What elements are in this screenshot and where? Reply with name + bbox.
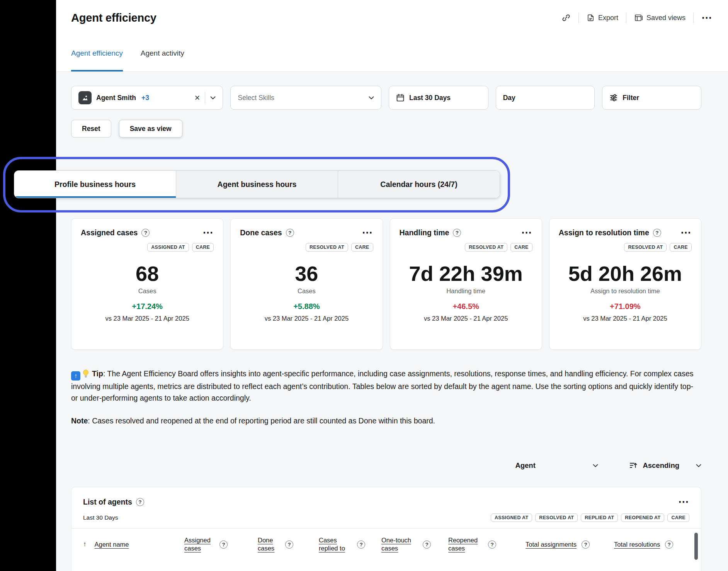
agent-filter-chip[interactable]: Agent Smith +3 ×	[71, 86, 223, 110]
channel-badge: CARE	[351, 243, 373, 252]
metric-comparison-period: vs 23 Mar 2025 - 21 Apr 2025	[400, 315, 532, 322]
skills-select[interactable]: Select Skills	[230, 86, 381, 110]
calendar-icon	[396, 93, 405, 102]
skills-placeholder: Select Skills	[238, 94, 274, 102]
card-title: Assigned cases	[81, 228, 138, 237]
column-header-assigned-cases[interactable]: Assigned cases ?	[184, 536, 258, 553]
filter-actions-row: Reset Save as view	[71, 120, 701, 138]
sort-controls: Agent Ascending	[71, 461, 701, 470]
column-header-total-resolutions[interactable]: Total resolutions ?	[614, 540, 691, 549]
channel-badge: CARE	[667, 513, 689, 522]
top-bar-actions: Export Saved views ⋯	[561, 12, 713, 23]
note-label: Note	[71, 416, 88, 425]
nav-tabs: Agent efficiency Agent activity	[56, 36, 728, 72]
help-icon[interactable]: ?	[136, 498, 144, 506]
column-header-total-assignments[interactable]: Total assignments ?	[526, 540, 614, 549]
timestamp-badge: ASSIGNED AT	[147, 243, 189, 252]
chevron-down-icon	[593, 464, 598, 467]
card-menu-icon[interactable]: ⋯	[362, 227, 373, 238]
agent-filter-extra-count[interactable]: +3	[141, 94, 149, 102]
help-icon[interactable]: ?	[665, 540, 673, 549]
date-range-select[interactable]: Last 30 Days	[389, 86, 488, 110]
table-menu-icon[interactable]: ⋯	[678, 496, 689, 507]
table-title: List of agents	[83, 498, 132, 506]
metric-comparison-period: vs 23 Mar 2025 - 21 Apr 2025	[81, 315, 214, 322]
card-menu-icon[interactable]: ⋯	[521, 227, 532, 238]
clear-agent-filter-icon[interactable]: ×	[194, 93, 200, 102]
reset-button[interactable]: Reset	[71, 120, 111, 138]
timestamp-badge: REOPENED AT	[621, 513, 664, 522]
main-content: Agent Smith +3 × Select Skills	[56, 72, 728, 571]
chevron-down-icon[interactable]	[210, 96, 216, 100]
channel-badge: CARE	[670, 243, 692, 252]
export-button[interactable]: Export	[587, 14, 618, 22]
metric-card-assigned-cases: Assigned cases ? ⋯ ASSIGNED AT CARE 68 C…	[71, 218, 223, 350]
sort-field-value: Agent	[515, 461, 535, 470]
chevron-down-icon	[369, 96, 374, 100]
chevron-down-icon	[696, 464, 701, 467]
metric-unit: Cases	[81, 287, 214, 295]
metric-unit: Assign to resolution time	[559, 287, 692, 295]
filter-icon	[609, 93, 618, 102]
column-header-one-touch-cases[interactable]: One-touch cases ?	[381, 536, 448, 553]
column-header-reopened-cases[interactable]: Reopened cases ?	[448, 536, 526, 553]
tab-profile-business-hours[interactable]: Profile business hours	[14, 171, 176, 198]
sort-ascending-icon	[629, 461, 638, 470]
metric-change: +71.09%	[559, 302, 692, 311]
card-title: Handling time	[400, 228, 449, 237]
help-icon[interactable]: ?	[285, 540, 293, 549]
top-bar: Agent efficiency Export Saved views ⋯	[56, 0, 728, 36]
column-header-done-cases[interactable]: Done cases ?	[258, 536, 319, 553]
column-header-cases-replied-to[interactable]: Cases replied to ?	[319, 536, 381, 553]
tab-agent-business-hours[interactable]: Agent business hours	[176, 171, 338, 198]
card-menu-icon[interactable]: ⋯	[680, 227, 692, 238]
help-icon[interactable]: ?	[453, 229, 461, 237]
help-icon[interactable]: ?	[488, 540, 496, 549]
sort-field-dropdown[interactable]: Agent	[515, 461, 598, 470]
timestamp-badge: RESOLVED AT	[465, 243, 507, 252]
filter-row: Agent Smith +3 × Select Skills	[71, 86, 701, 110]
interval-select[interactable]: Day	[496, 86, 595, 110]
saved-views-label: Saved views	[646, 14, 685, 22]
timestamp-badge: RESOLVED AT	[535, 513, 578, 522]
saved-views-button[interactable]: Saved views	[634, 14, 685, 22]
help-icon[interactable]: ?	[653, 229, 661, 237]
copy-link-icon[interactable]	[561, 13, 571, 22]
help-icon[interactable]: ?	[141, 229, 150, 237]
tab-agent-activity[interactable]: Agent activity	[141, 36, 184, 71]
saved-views-icon	[634, 14, 643, 22]
list-of-agents-card: List of agents ? ⋯ Last 30 Days ASSIGNED…	[71, 487, 701, 571]
divider	[693, 13, 694, 23]
table-header-row: ↑ Agent name Assigned cases ? Done cases…	[83, 529, 689, 563]
help-icon[interactable]: ?	[219, 540, 228, 549]
help-icon[interactable]: ?	[423, 540, 431, 549]
date-range-value: Last 30 Days	[409, 94, 451, 102]
filter-label: Filter	[623, 94, 639, 102]
filter-button[interactable]: Filter	[602, 86, 701, 110]
sort-order-dropdown[interactable]: Ascending	[629, 461, 701, 470]
save-as-view-button[interactable]: Save as view	[119, 120, 182, 138]
table-scrollbar[interactable]	[694, 533, 698, 560]
metric-value: 68	[81, 262, 214, 286]
table-badges: ASSIGNED AT RESOLVED AT REPLIED AT REOPE…	[491, 513, 689, 522]
tip-label: Tip	[92, 369, 103, 378]
card-title: Done cases	[240, 228, 282, 237]
help-icon[interactable]: ?	[357, 540, 365, 549]
timestamp-badge: RESOLVED AT	[624, 243, 667, 252]
agent-filter-name: Agent Smith	[96, 94, 136, 102]
metric-change: +17.24%	[81, 302, 214, 311]
tip-text: ↑Tip: The Agent Efficiency Board offers …	[71, 368, 701, 404]
help-icon[interactable]: ?	[286, 229, 294, 237]
divider	[578, 13, 579, 23]
card-menu-icon[interactable]: ⋯	[202, 227, 214, 238]
column-header-agent-name[interactable]: ↑ Agent name	[83, 540, 184, 549]
agent-avatar-icon	[78, 91, 92, 104]
tab-calendar-hours[interactable]: Calendar hours (24/7)	[338, 171, 500, 198]
app-window: Agent efficiency Export Saved views ⋯	[56, 0, 728, 571]
metric-change: +46.5%	[400, 302, 532, 311]
note-body: : Cases resolved and reopened at the end…	[88, 416, 435, 425]
tab-agent-efficiency[interactable]: Agent efficiency	[71, 36, 123, 71]
more-options-icon[interactable]: ⋯	[701, 12, 713, 23]
metric-unit: Cases	[240, 287, 373, 295]
help-icon[interactable]: ?	[582, 540, 590, 549]
